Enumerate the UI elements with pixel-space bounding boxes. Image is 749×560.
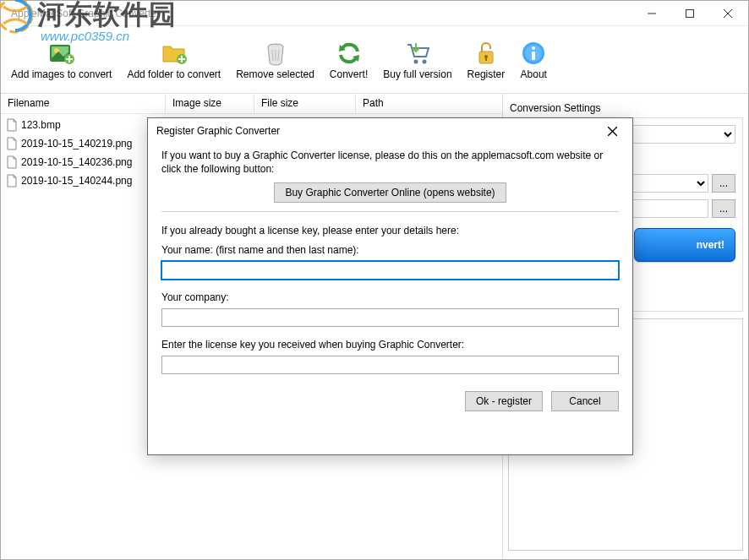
company-input[interactable]	[161, 308, 619, 327]
dialog-close-button[interactable]	[595, 120, 629, 142]
dialog-titlebar: Register Graphic Converter	[148, 118, 632, 144]
close-icon	[608, 127, 617, 136]
separator	[161, 211, 619, 212]
company-label: Your company:	[161, 291, 619, 303]
register-dialog: Register Graphic Converter If you want t…	[147, 117, 633, 455]
modal-overlay: Register Graphic Converter If you want t…	[0, 0, 749, 560]
ok-register-button[interactable]: Ok - register	[465, 391, 543, 411]
license-input[interactable]	[161, 356, 619, 374]
intro-text: If you want to buy a Graphic Converter l…	[161, 149, 619, 176]
buy-online-button[interactable]: Buy Graphic Converter Online (opens webs…	[274, 182, 506, 203]
dialog-footer: Ok - register Cancel	[148, 383, 632, 421]
already-text: If you already bought a license key, ple…	[161, 224, 619, 237]
name-input[interactable]	[161, 261, 619, 280]
dialog-title: Register Graphic Converter	[156, 125, 595, 137]
cancel-button[interactable]: Cancel	[551, 391, 619, 411]
name-label: Your name: (first name and then last nam…	[161, 244, 619, 256]
license-label: Enter the license key you received when …	[161, 339, 619, 351]
dialog-body: If you want to buy a Graphic Converter l…	[148, 144, 632, 383]
